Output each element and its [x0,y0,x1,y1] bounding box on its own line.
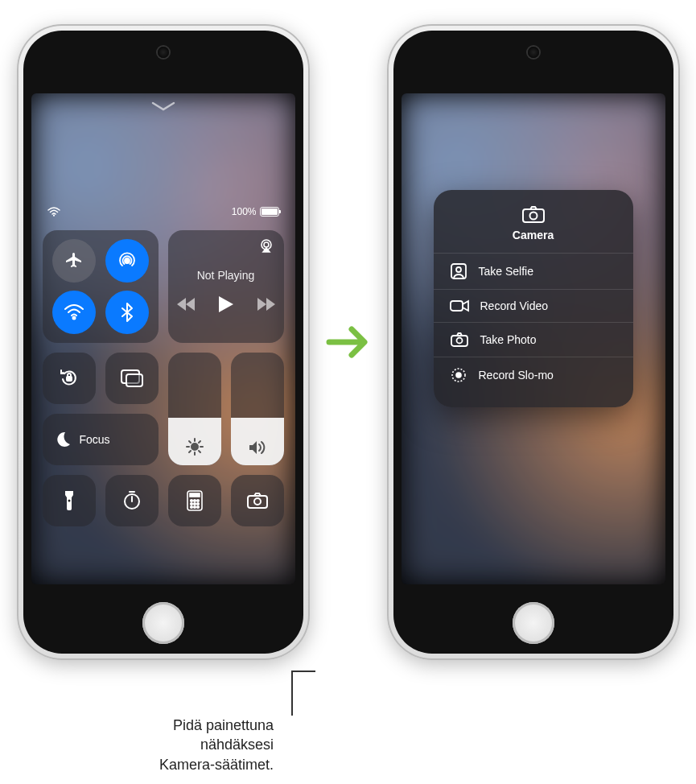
svg-point-30 [456,338,462,344]
menu-item-label: Record Video [480,299,549,312]
svg-point-9 [68,500,70,502]
figure-stage: 100% [0,0,696,660]
svg-rect-24 [523,209,544,222]
selfie-icon [450,262,467,280]
menu-item-take-selfie[interactable]: Take Selfie [434,253,633,289]
svg-rect-28 [451,301,463,311]
svg-rect-7 [126,374,142,386]
menu-item-label: Take Photo [480,333,537,346]
screen-control-center: 100% [31,93,295,584]
rotation-lock-toggle[interactable] [43,353,96,404]
battery-icon [260,207,279,217]
svg-point-16 [190,503,192,505]
svg-point-19 [190,506,192,509]
screen-camera-quick-actions: Camera Take Selfie Record Video Take Pho… [402,93,665,584]
calculator-button[interactable] [168,475,221,526]
airplane-icon [64,251,84,270]
phone-left: 100% [17,24,310,660]
svg-point-13 [190,500,192,502]
screen-mirroring-icon [120,369,144,388]
calculator-icon [187,490,203,511]
flashlight-button[interactable] [43,475,96,526]
svg-point-27 [456,267,461,272]
phone-right: Camera Take Selfie Record Video Take Pho… [387,24,680,660]
now-playing-status: Not Playing [197,269,255,282]
callout-camera-controls: Pidä painettuna nähdäksesi Kamera-säätim… [48,716,274,774]
svg-rect-26 [451,264,466,279]
focus-label: Focus [80,433,110,446]
svg-point-17 [193,503,196,505]
front-camera-dot [528,47,539,58]
flashlight-icon [63,489,76,512]
camera-icon [450,332,469,348]
now-playing-panel[interactable]: Not Playing [168,230,284,343]
timer-button[interactable] [105,475,159,526]
menu-item-record-video[interactable]: Record Video [434,289,633,322]
svg-point-1 [125,258,130,263]
menu-item-take-photo[interactable]: Take Photo [434,322,633,357]
play-icon[interactable] [219,296,233,312]
volume-icon [248,439,267,456]
chevron-down-icon[interactable] [151,101,175,113]
callout-line: Pidä painettuna [48,716,274,735]
svg-point-18 [196,503,199,505]
video-icon [450,299,469,313]
svg-point-25 [529,213,537,220]
brightness-slider[interactable] [168,353,221,465]
previous-track-icon[interactable] [177,298,195,311]
svg-point-20 [193,506,196,509]
connectivity-panel[interactable] [43,230,159,343]
home-button[interactable] [513,602,554,644]
camera-icon [521,204,546,224]
bluetooth-icon [121,303,133,322]
screen-mirroring-button[interactable] [105,353,159,404]
rotation-lock-icon [58,367,80,390]
svg-rect-5 [67,377,72,381]
next-track-icon[interactable] [257,298,275,311]
airdrop-toggle[interactable] [105,239,149,283]
menu-item-record-slomo[interactable]: Record Slo-mo [434,357,633,393]
brightness-icon [186,438,204,456]
focus-button[interactable]: Focus [43,414,159,465]
svg-point-15 [196,500,199,502]
wifi-status-icon [47,207,60,217]
battery-percent: 100% [232,206,257,217]
svg-point-23 [254,498,261,505]
camera-quick-actions-menu: Camera Take Selfie Record Video Take Pho… [434,190,633,407]
arrow-right-icon [326,323,371,361]
camera-menu-title: Camera [513,229,554,241]
status-bar: 100% [31,206,295,217]
svg-point-21 [196,506,199,509]
svg-point-32 [456,373,461,378]
front-camera-dot [158,47,169,58]
moon-icon [54,431,72,448]
airplane-mode-toggle[interactable] [52,239,96,283]
svg-point-14 [193,500,196,502]
camera-button[interactable] [231,475,284,526]
menu-item-label: Record Slo-mo [479,369,554,382]
callout-line: Kamera-säätimet. [48,755,274,774]
home-button[interactable] [142,602,184,644]
airplay-icon[interactable] [258,238,274,253]
menu-item-label: Take Selfie [479,265,533,278]
svg-point-8 [192,444,198,450]
wifi-toggle[interactable] [52,291,96,334]
callout-line: nähdäksesi [48,735,274,754]
svg-point-4 [264,242,269,247]
timer-icon [121,490,142,511]
svg-point-0 [53,215,55,217]
airdrop-icon [117,250,138,271]
svg-rect-12 [190,493,200,497]
svg-point-2 [72,317,75,320]
bluetooth-toggle[interactable] [105,291,149,334]
volume-slider[interactable] [231,353,284,465]
wifi-icon [64,304,84,320]
slomo-icon [450,366,467,384]
camera-icon [246,492,269,510]
